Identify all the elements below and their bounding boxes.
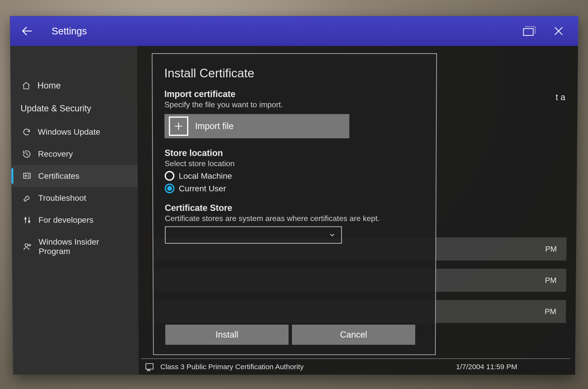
sidebar-item-recovery[interactable]: Recovery: [11, 143, 138, 165]
radio-label: Local Machine: [179, 171, 232, 181]
wrench-icon: [21, 194, 33, 202]
import-file-label: Import file: [195, 121, 234, 131]
bg-cert-name: Class 3 Public Primary Certification Aut…: [160, 363, 304, 371]
home-icon: [20, 81, 32, 90]
sidebar-item-label: Windows Update: [38, 127, 100, 137]
store-location-sub: Select store location: [165, 159, 424, 168]
sidebar-item-label: Recovery: [38, 149, 73, 159]
certificate-icon: [21, 171, 33, 180]
cert-store-heading: Certificate Store: [165, 203, 424, 213]
sidebar-item-windows-insider[interactable]: Windows Insider Program: [12, 231, 138, 262]
dialog-title: Install Certificate: [164, 66, 424, 80]
chevron-down-icon: [329, 231, 336, 239]
window-title: Settings: [52, 25, 87, 36]
content-area: t a PM PM PM Class 3 Public Primary Cert…: [137, 46, 578, 375]
radio-label: Current User: [179, 184, 226, 193]
restore-window-button[interactable]: [517, 21, 542, 41]
import-file-button[interactable]: Import file: [165, 114, 350, 138]
sidebar-item-label: Troubleshoot: [38, 193, 86, 203]
sidebar: Home Update & Security Windows Update: [10, 46, 139, 375]
cert-store-select[interactable]: [165, 226, 342, 244]
import-heading: Import certificate: [164, 89, 424, 99]
import-sub: Specify the file you want to import.: [164, 100, 424, 109]
person-icon: [22, 242, 33, 251]
install-certificate-dialog: Install Certificate Import certificate S…: [152, 53, 437, 355]
history-icon: [21, 150, 33, 158]
radio-icon: [165, 184, 174, 193]
bg-partial-text: t a: [556, 92, 565, 102]
sidebar-item-label: Windows Insider Program: [39, 237, 99, 256]
sidebar-home[interactable]: Home: [10, 75, 137, 96]
bg-cert-row[interactable]: Class 3 Public Primary Certification Aut…: [141, 358, 570, 375]
store-location-group: Store location Select store location Loc…: [165, 148, 424, 193]
sidebar-item-certificates[interactable]: Certificates: [11, 165, 138, 187]
sync-icon: [21, 128, 32, 136]
sidebar-home-label: Home: [37, 80, 61, 91]
sidebar-item-label: For developers: [38, 215, 93, 225]
radio-current-user[interactable]: Current User: [165, 184, 424, 193]
sidebar-item-windows-update[interactable]: Windows Update: [11, 121, 138, 143]
import-group: Import certificate Specify the file you …: [164, 89, 424, 138]
sidebar-item-troubleshoot[interactable]: Troubleshoot: [11, 187, 138, 209]
radio-local-machine[interactable]: Local Machine: [165, 171, 424, 181]
svg-rect-1: [523, 29, 533, 35]
sidebar-item-for-developers[interactable]: For developers: [12, 209, 138, 231]
back-button[interactable]: [17, 21, 37, 41]
svg-rect-18: [146, 364, 153, 369]
svg-rect-8: [24, 173, 30, 178]
close-button[interactable]: [546, 21, 571, 41]
dialog-actions: Install Cancel: [165, 325, 423, 345]
settings-window: Settings Home: [10, 16, 579, 375]
svg-line-7: [27, 154, 28, 155]
tools-icon: [22, 216, 33, 224]
cert-store-sub: Certificate stores are system areas wher…: [165, 214, 424, 223]
svg-point-16: [25, 244, 28, 247]
sidebar-section-title: Update & Security: [11, 96, 138, 121]
cert-store-group: Certificate Store Certificate stores are…: [165, 203, 424, 244]
install-button[interactable]: Install: [165, 325, 288, 345]
sidebar-item-label: Certificates: [38, 171, 80, 181]
bg-cert-timestamp: 1/7/2004 11:59 PM: [456, 363, 517, 371]
radio-icon: [165, 171, 174, 181]
svg-point-17: [29, 244, 31, 246]
titlebar: Settings: [10, 16, 578, 46]
certificate-icon: [141, 362, 158, 372]
svg-point-9: [25, 175, 27, 176]
cancel-button[interactable]: Cancel: [292, 325, 415, 345]
plus-icon: [169, 117, 188, 136]
store-location-heading: Store location: [165, 148, 424, 158]
